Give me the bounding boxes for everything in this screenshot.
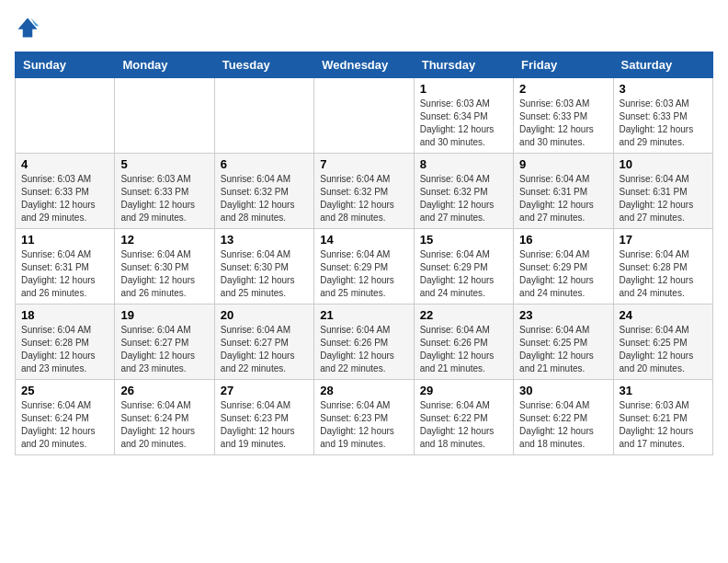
day-number: 10: [620, 157, 707, 171]
day-info: Sunrise: 6:03 AM Sunset: 6:33 PM Dayligh…: [21, 173, 108, 224]
calendar-cell: 13Sunrise: 6:04 AM Sunset: 6:30 PM Dayli…: [214, 229, 313, 304]
day-number: 8: [420, 157, 507, 171]
day-number: 14: [320, 233, 407, 247]
calendar-cell: 30Sunrise: 6:04 AM Sunset: 6:22 PM Dayli…: [514, 380, 613, 455]
col-sunday: Sunday: [16, 52, 115, 78]
calendar-cell: 24Sunrise: 6:04 AM Sunset: 6:25 PM Dayli…: [613, 304, 712, 380]
day-info: Sunrise: 6:04 AM Sunset: 6:24 PM Dayligh…: [21, 399, 108, 451]
day-info: Sunrise: 6:04 AM Sunset: 6:22 PM Dayligh…: [519, 399, 607, 451]
day-number: 25: [21, 384, 108, 397]
day-info: Sunrise: 6:04 AM Sunset: 6:26 PM Dayligh…: [320, 324, 407, 375]
calendar-cell: 7Sunrise: 6:04 AM Sunset: 6:32 PM Daylig…: [314, 154, 414, 229]
calendar-cell: [16, 78, 115, 154]
day-number: 13: [221, 233, 308, 247]
calendar-cell: 26Sunrise: 6:04 AM Sunset: 6:24 PM Dayli…: [115, 380, 214, 455]
day-number: 19: [120, 308, 208, 322]
calendar-cell: 2Sunrise: 6:03 AM Sunset: 6:33 PM Daylig…: [514, 78, 613, 154]
calendar-cell: [314, 78, 414, 154]
calendar-cell: 19Sunrise: 6:04 AM Sunset: 6:27 PM Dayli…: [115, 304, 214, 380]
calendar-cell: 12Sunrise: 6:04 AM Sunset: 6:30 PM Dayli…: [115, 229, 214, 304]
day-info: Sunrise: 6:04 AM Sunset: 6:30 PM Dayligh…: [120, 248, 208, 300]
day-info: Sunrise: 6:04 AM Sunset: 6:28 PM Dayligh…: [620, 248, 707, 300]
header-row: Sunday Monday Tuesday Wednesday Thursday…: [16, 52, 713, 78]
calendar-cell: 29Sunrise: 6:04 AM Sunset: 6:22 PM Dayli…: [414, 380, 513, 455]
calendar-week-row: 1Sunrise: 6:03 AM Sunset: 6:34 PM Daylig…: [16, 78, 713, 154]
day-info: Sunrise: 6:03 AM Sunset: 6:33 PM Dayligh…: [620, 98, 707, 149]
day-number: 28: [320, 384, 407, 397]
day-number: 2: [519, 82, 607, 96]
day-info: Sunrise: 6:04 AM Sunset: 6:25 PM Dayligh…: [519, 324, 607, 375]
calendar-cell: 5Sunrise: 6:03 AM Sunset: 6:33 PM Daylig…: [115, 154, 214, 229]
col-monday: Monday: [115, 52, 214, 78]
day-number: 23: [519, 308, 607, 322]
calendar-week-row: 11Sunrise: 6:04 AM Sunset: 6:31 PM Dayli…: [16, 229, 713, 304]
day-number: 9: [519, 157, 607, 171]
calendar-cell: 27Sunrise: 6:04 AM Sunset: 6:23 PM Dayli…: [214, 380, 313, 455]
calendar-cell: 11Sunrise: 6:04 AM Sunset: 6:31 PM Dayli…: [16, 229, 115, 304]
col-tuesday: Tuesday: [214, 52, 313, 78]
day-info: Sunrise: 6:04 AM Sunset: 6:22 PM Dayligh…: [420, 399, 507, 451]
calendar-cell: 25Sunrise: 6:04 AM Sunset: 6:24 PM Dayli…: [16, 380, 115, 455]
day-info: Sunrise: 6:04 AM Sunset: 6:23 PM Dayligh…: [221, 399, 308, 451]
day-info: Sunrise: 6:03 AM Sunset: 6:34 PM Dayligh…: [420, 98, 507, 149]
day-info: Sunrise: 6:03 AM Sunset: 6:21 PM Dayligh…: [620, 399, 707, 451]
day-number: 3: [620, 82, 707, 96]
calendar-cell: 16Sunrise: 6:04 AM Sunset: 6:29 PM Dayli…: [514, 229, 613, 304]
calendar-cell: 9Sunrise: 6:04 AM Sunset: 6:31 PM Daylig…: [514, 154, 613, 229]
calendar-cell: 8Sunrise: 6:04 AM Sunset: 6:32 PM Daylig…: [414, 154, 513, 229]
day-info: Sunrise: 6:04 AM Sunset: 6:32 PM Dayligh…: [320, 173, 407, 224]
calendar-cell: [115, 78, 214, 154]
day-info: Sunrise: 6:04 AM Sunset: 6:29 PM Dayligh…: [519, 248, 607, 300]
day-info: Sunrise: 6:04 AM Sunset: 6:27 PM Dayligh…: [221, 324, 308, 375]
calendar-cell: 15Sunrise: 6:04 AM Sunset: 6:29 PM Dayli…: [414, 229, 513, 304]
calendar-cell: 28Sunrise: 6:04 AM Sunset: 6:23 PM Dayli…: [314, 380, 414, 455]
day-number: 16: [519, 233, 607, 247]
day-number: 17: [620, 233, 707, 247]
calendar-week-row: 25Sunrise: 6:04 AM Sunset: 6:24 PM Dayli…: [16, 380, 713, 455]
day-info: Sunrise: 6:04 AM Sunset: 6:29 PM Dayligh…: [320, 248, 407, 300]
day-number: 7: [320, 157, 407, 171]
calendar-cell: 23Sunrise: 6:04 AM Sunset: 6:25 PM Dayli…: [514, 304, 613, 380]
day-number: 30: [519, 384, 607, 397]
day-number: 20: [221, 308, 308, 322]
logo: [15, 15, 44, 40]
calendar-cell: 10Sunrise: 6:04 AM Sunset: 6:31 PM Dayli…: [613, 154, 712, 229]
calendar-cell: 1Sunrise: 6:03 AM Sunset: 6:34 PM Daylig…: [414, 78, 513, 154]
calendar-cell: 14Sunrise: 6:04 AM Sunset: 6:29 PM Dayli…: [314, 229, 414, 304]
calendar-body: 1Sunrise: 6:03 AM Sunset: 6:34 PM Daylig…: [16, 78, 713, 455]
svg-marker-0: [18, 18, 38, 38]
day-number: 6: [221, 157, 308, 171]
day-info: Sunrise: 6:04 AM Sunset: 6:29 PM Dayligh…: [420, 248, 507, 300]
col-friday: Friday: [514, 52, 613, 78]
col-wednesday: Wednesday: [314, 52, 414, 78]
day-info: Sunrise: 6:03 AM Sunset: 6:33 PM Dayligh…: [120, 173, 208, 224]
day-info: Sunrise: 6:04 AM Sunset: 6:27 PM Dayligh…: [120, 324, 208, 375]
day-info: Sunrise: 6:03 AM Sunset: 6:33 PM Dayligh…: [519, 98, 607, 149]
calendar-week-row: 18Sunrise: 6:04 AM Sunset: 6:28 PM Dayli…: [16, 304, 713, 380]
day-number: 12: [120, 233, 208, 247]
day-number: 27: [221, 384, 308, 397]
day-info: Sunrise: 6:04 AM Sunset: 6:32 PM Dayligh…: [420, 173, 507, 224]
calendar-cell: 21Sunrise: 6:04 AM Sunset: 6:26 PM Dayli…: [314, 304, 414, 380]
day-number: 5: [120, 157, 208, 171]
calendar-cell: 3Sunrise: 6:03 AM Sunset: 6:33 PM Daylig…: [613, 78, 712, 154]
day-number: 18: [21, 308, 108, 322]
day-info: Sunrise: 6:04 AM Sunset: 6:26 PM Dayligh…: [420, 324, 507, 375]
day-number: 24: [620, 308, 707, 322]
calendar-cell: 22Sunrise: 6:04 AM Sunset: 6:26 PM Dayli…: [414, 304, 513, 380]
day-info: Sunrise: 6:04 AM Sunset: 6:28 PM Dayligh…: [21, 324, 108, 375]
day-info: Sunrise: 6:04 AM Sunset: 6:31 PM Dayligh…: [620, 173, 707, 224]
day-info: Sunrise: 6:04 AM Sunset: 6:24 PM Dayligh…: [120, 399, 208, 451]
day-info: Sunrise: 6:04 AM Sunset: 6:23 PM Dayligh…: [320, 399, 407, 451]
calendar-cell: [214, 78, 313, 154]
calendar-header: Sunday Monday Tuesday Wednesday Thursday…: [16, 52, 713, 78]
day-number: 15: [420, 233, 507, 247]
day-info: Sunrise: 6:04 AM Sunset: 6:31 PM Dayligh…: [519, 173, 607, 224]
day-info: Sunrise: 6:04 AM Sunset: 6:25 PM Dayligh…: [620, 324, 707, 375]
day-number: 4: [21, 157, 108, 171]
col-saturday: Saturday: [613, 52, 712, 78]
day-number: 26: [120, 384, 208, 397]
col-thursday: Thursday: [414, 52, 513, 78]
day-number: 1: [420, 82, 507, 96]
calendar-cell: 18Sunrise: 6:04 AM Sunset: 6:28 PM Dayli…: [16, 304, 115, 380]
